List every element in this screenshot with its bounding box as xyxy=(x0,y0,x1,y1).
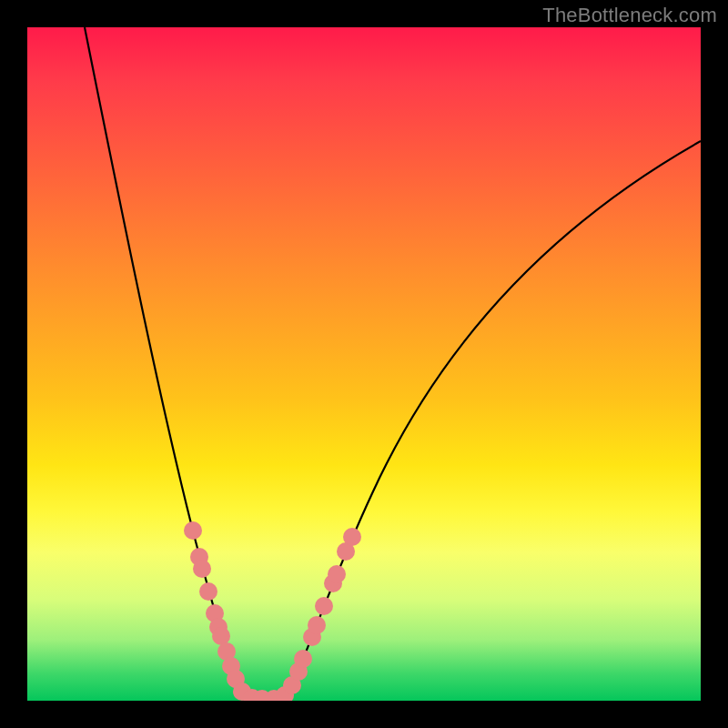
chart-svg xyxy=(27,27,701,701)
marker-dot xyxy=(294,650,312,668)
chart-frame: TheBottleneck.com xyxy=(0,0,728,728)
marker-dot xyxy=(184,521,202,540)
marker-dot xyxy=(343,528,361,546)
marker-dot xyxy=(315,597,333,615)
watermark-text: TheBottleneck.com xyxy=(542,4,717,27)
plot-area xyxy=(27,27,701,701)
marker-dot xyxy=(308,616,326,634)
marker-group xyxy=(184,521,361,701)
bottleneck-curve xyxy=(85,27,701,698)
marker-dot xyxy=(212,627,230,645)
marker-dot xyxy=(328,565,346,583)
marker-dot xyxy=(199,582,217,601)
marker-dot xyxy=(193,560,211,578)
